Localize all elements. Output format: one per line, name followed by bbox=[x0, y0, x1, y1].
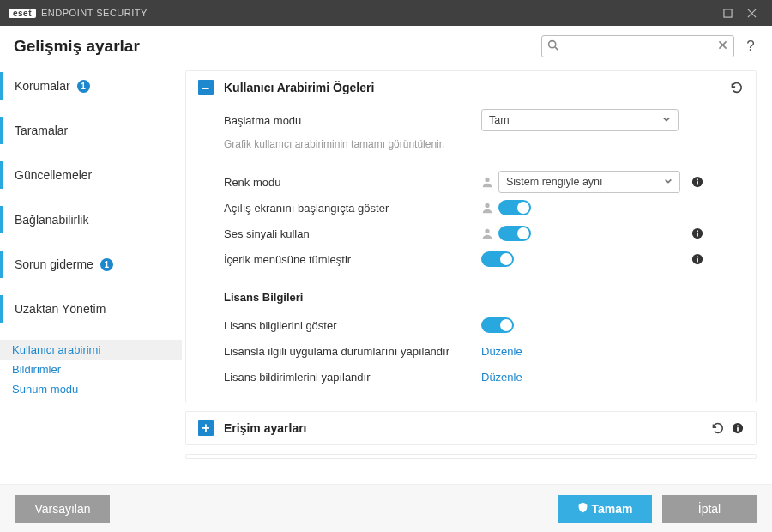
clear-search-icon[interactable] bbox=[717, 39, 728, 54]
titlebar: eset ENDPOINT SECURITY bbox=[0, 0, 772, 26]
toggle-show-license[interactable] bbox=[481, 317, 514, 333]
topbar: Gelişmiş ayarlar ? bbox=[0, 26, 772, 67]
sidebar-item-connectivity[interactable]: Bağlanabilirlik bbox=[0, 206, 182, 233]
row-context: İçerik menüsüne tümleştir bbox=[224, 246, 744, 272]
sidebar-sub-ui[interactable]: Kullanıcı arabirimi bbox=[0, 340, 182, 360]
expand-icon[interactable]: + bbox=[198, 420, 214, 436]
row-sound: Ses sinyali kullan bbox=[224, 221, 744, 246]
main-content: − Kullanıcı Arabirimi Ögeleri Başlatma m… bbox=[182, 67, 772, 484]
chevron-down-icon bbox=[662, 114, 671, 126]
sidebar-badge: 1 bbox=[100, 258, 113, 271]
svg-rect-21 bbox=[737, 426, 739, 427]
select-start-mode[interactable]: Tam bbox=[481, 109, 679, 131]
panel-title: Kullanıcı Arabirimi Ögeleri bbox=[224, 81, 721, 94]
select-color-mode[interactable]: Sistem rengiyle aynı bbox=[498, 171, 680, 193]
product-name: ENDPOINT SECURITY bbox=[41, 8, 148, 18]
ok-button[interactable]: Tamam bbox=[558, 495, 652, 523]
svg-rect-14 bbox=[697, 233, 698, 236]
sidebar-badge: 1 bbox=[77, 80, 90, 93]
label-start-mode: Başlatma modu bbox=[224, 114, 481, 127]
page-title: Gelişmiş ayarlar bbox=[14, 37, 140, 56]
link-configure-states[interactable]: Düzenle bbox=[481, 345, 522, 358]
svg-rect-10 bbox=[697, 179, 698, 181]
panel-title: Erişim ayarları bbox=[224, 421, 703, 435]
panel-access: + Erişim ayarları bbox=[185, 411, 757, 445]
label-configure-notifs: Lisans bildirimlerini yapılandır bbox=[224, 371, 481, 384]
svg-rect-0 bbox=[723, 9, 731, 16]
heading-license: Lisans Bilgileri bbox=[224, 291, 744, 304]
svg-point-12 bbox=[485, 229, 489, 233]
sidebar-item-scans[interactable]: Taramalar bbox=[0, 117, 182, 144]
svg-rect-18 bbox=[697, 257, 698, 258]
collapse-icon[interactable]: − bbox=[198, 80, 214, 95]
svg-rect-20 bbox=[737, 427, 739, 431]
sidebar-item-label: Bağlanabilirlik bbox=[15, 213, 88, 227]
window-close-icon[interactable] bbox=[739, 0, 763, 26]
user-icon bbox=[481, 202, 493, 214]
row-configure-states: Lisansla ilgili uygulama durumlarını yap… bbox=[224, 338, 744, 364]
label-splash: Açılış ekranını başlangıçta göster bbox=[224, 202, 481, 215]
window-maximize-icon[interactable] bbox=[715, 0, 739, 26]
sidebar-sub-notifications[interactable]: Bildirimler bbox=[0, 360, 182, 379]
label-configure-states: Lisansla ilgili uygulama durumlarını yap… bbox=[224, 345, 481, 358]
info-icon[interactable] bbox=[691, 253, 703, 265]
sidebar-item-label: Korumalar bbox=[15, 79, 70, 93]
svg-point-11 bbox=[485, 203, 489, 208]
defaults-button[interactable]: Varsayılan bbox=[15, 495, 110, 523]
toggle-sound[interactable] bbox=[498, 226, 531, 241]
info-icon[interactable] bbox=[691, 176, 703, 188]
info-icon[interactable] bbox=[732, 422, 744, 434]
svg-point-7 bbox=[485, 178, 489, 182]
svg-point-3 bbox=[549, 41, 556, 48]
panel-ui-elements: − Kullanıcı Arabirimi Ögeleri Başlatma m… bbox=[185, 70, 757, 402]
row-show-license: Lisans bilgilerini göster bbox=[224, 312, 744, 338]
sidebar-item-troubleshooting[interactable]: Sorun giderme 1 bbox=[0, 251, 182, 278]
revert-icon[interactable] bbox=[709, 420, 725, 436]
sidebar: Korumalar 1 Taramalar Güncellemeler Bağl… bbox=[0, 67, 182, 484]
toggle-splash[interactable] bbox=[498, 200, 531, 215]
svg-rect-17 bbox=[697, 258, 698, 262]
chevron-down-icon bbox=[664, 176, 672, 188]
search-input[interactable] bbox=[558, 40, 717, 52]
ok-label: Tamam bbox=[592, 502, 633, 516]
row-splash: Açılış ekranını başlangıçta göster bbox=[224, 195, 744, 221]
sidebar-item-label: Güncellemeler bbox=[15, 168, 92, 182]
svg-rect-15 bbox=[697, 231, 698, 233]
brand-badge: eset bbox=[9, 9, 36, 18]
row-start-mode: Başlatma modu Tam bbox=[224, 107, 744, 133]
sidebar-item-label: Uzaktan Yönetim bbox=[15, 302, 106, 316]
user-icon bbox=[481, 227, 493, 239]
row-color-mode: Renk modu Sistem rengiyle aynı bbox=[224, 169, 744, 195]
row-configure-notifs: Lisans bildirimlerini yapılandır Düzenle bbox=[224, 364, 744, 390]
sidebar-item-updates[interactable]: Güncellemeler bbox=[0, 161, 182, 189]
panel-stub bbox=[185, 454, 757, 459]
shield-icon bbox=[577, 502, 588, 516]
select-value: Sistem rengiyle aynı bbox=[506, 176, 603, 188]
label-sound: Ses sinyali kullan bbox=[224, 227, 481, 240]
label-show-license: Lisans bilgilerini göster bbox=[224, 319, 481, 332]
revert-icon[interactable] bbox=[728, 80, 744, 95]
search-box[interactable] bbox=[541, 35, 734, 57]
link-configure-notifs[interactable]: Düzenle bbox=[481, 371, 522, 384]
svg-rect-9 bbox=[697, 181, 698, 184]
help-button[interactable]: ? bbox=[743, 38, 758, 55]
search-icon bbox=[547, 39, 558, 54]
label-context: İçerik menüsüne tümleştir bbox=[224, 253, 481, 266]
toggle-context[interactable] bbox=[481, 251, 514, 267]
sidebar-item-remote[interactable]: Uzaktan Yönetim bbox=[0, 295, 182, 323]
sidebar-sub-presentation[interactable]: Sunum modu bbox=[0, 379, 182, 399]
select-value: Tam bbox=[489, 114, 510, 126]
info-icon[interactable] bbox=[691, 227, 703, 239]
desc-start-mode: Grafik kullanıcı arabiriminin tamamı gör… bbox=[224, 138, 744, 150]
sidebar-item-protections[interactable]: Korumalar 1 bbox=[0, 72, 182, 100]
user-icon bbox=[481, 176, 493, 188]
sidebar-item-label: Sorun giderme bbox=[15, 257, 93, 271]
cancel-button[interactable]: İptal bbox=[662, 495, 757, 523]
svg-line-4 bbox=[555, 47, 558, 50]
sidebar-item-label: Taramalar bbox=[15, 124, 68, 137]
footer: Varsayılan Tamam İptal bbox=[0, 484, 772, 532]
label-color-mode: Renk modu bbox=[224, 176, 481, 189]
